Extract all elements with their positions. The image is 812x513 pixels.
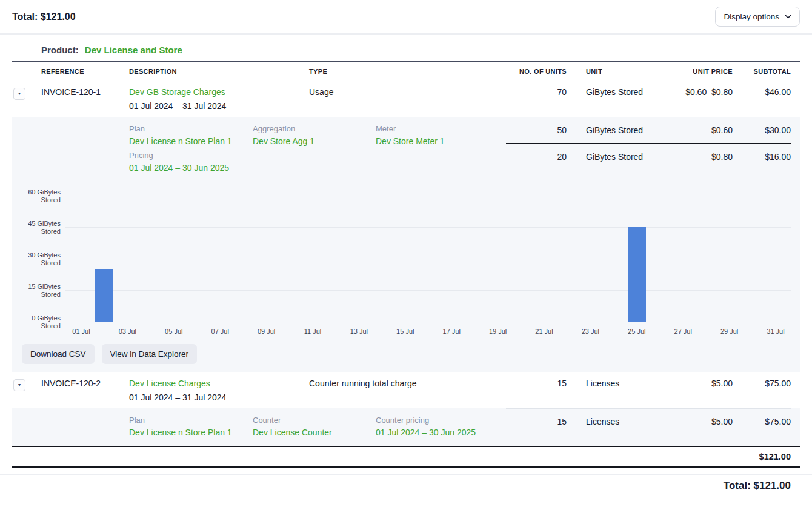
details-fields: Plan Dev License n Store Plan 1 Aggregat… bbox=[129, 117, 506, 179]
field-label: Meter bbox=[376, 124, 506, 133]
description-cell: Dev GB Storage Charges 01 Jul 2024 – 31 … bbox=[129, 87, 309, 111]
band-unit-cell: GiBytes Stored bbox=[567, 125, 677, 135]
bottom-bar: Total: $121.00 bbox=[0, 474, 812, 497]
caret-down-icon: ▾ bbox=[18, 91, 21, 96]
unit-price-cell: $0.60–$0.80 bbox=[677, 87, 733, 97]
unit-price-cell: $5.00 bbox=[677, 379, 733, 388]
chart-x-tick-label: 21 Jul bbox=[535, 328, 553, 335]
line-item-period: 01 Jul 2024 – 31 Jul 2024 bbox=[129, 101, 309, 111]
top-bar: Total: $121.00 Display options bbox=[0, 0, 812, 35]
chart-plot: 0 GiBytes Stored15 GiBytes Stored30 GiBy… bbox=[65, 186, 791, 322]
line-item-link[interactable]: Dev License Charges bbox=[129, 379, 210, 388]
chart-x-tick-label: 15 Jul bbox=[396, 328, 414, 335]
product-heading: Product: Dev License and Store bbox=[12, 35, 800, 62]
field-counter-pricing: Counter pricing 01 Jul 2024 – 30 Jun 202… bbox=[376, 415, 506, 437]
plan-link[interactable]: Dev License n Store Plan 1 bbox=[129, 428, 232, 437]
chart-bar[interactable] bbox=[628, 227, 646, 322]
caret-down-icon: ▾ bbox=[18, 383, 21, 388]
band-unit-cell: Licenses bbox=[567, 417, 677, 426]
chart-x-tick-label: 13 Jul bbox=[350, 328, 368, 335]
details-fields: Plan Dev License n Store Plan 1 Counter … bbox=[129, 408, 506, 446]
invoice-total-heading: Total: $121.00 bbox=[12, 12, 76, 22]
plan-link[interactable]: Dev License n Store Plan 1 bbox=[129, 136, 232, 146]
chart-x-tick-label: 23 Jul bbox=[582, 328, 599, 335]
chart-y-tick-label: 45 GiBytes Stored bbox=[21, 220, 61, 236]
field-label: Aggregation bbox=[253, 124, 376, 133]
unit-cell: Licenses bbox=[567, 379, 677, 388]
chart-x-tick-label: 01 Jul bbox=[72, 328, 90, 335]
meter-link[interactable]: Dev Store Meter 1 bbox=[376, 136, 445, 146]
band-subtotal-cell: $75.00 bbox=[733, 417, 791, 426]
collapse-row-button[interactable]: ▾ bbox=[13, 379, 25, 391]
chart-x-tick-label: 05 Jul bbox=[165, 328, 182, 335]
details-top-section: Plan Dev License n Store Plan 1 Aggregat… bbox=[12, 117, 800, 179]
pricing-link[interactable]: 01 Jul 2024 – 30 Jun 2025 bbox=[129, 163, 229, 173]
chart-gridline bbox=[65, 227, 791, 228]
chart-gridline bbox=[65, 290, 791, 291]
chart-y-tick-label: 30 GiBytes Stored bbox=[21, 251, 61, 267]
pricing-bands: 50 GiBytes Stored $0.60 $30.00 20 GiByte… bbox=[506, 117, 791, 179]
view-in-data-explorer-button[interactable]: View in Data Explorer bbox=[102, 344, 198, 364]
band-subtotal-cell: $16.00 bbox=[733, 152, 791, 162]
column-header-units: NO. OF UNITS bbox=[506, 68, 567, 75]
chart-x-tick-label: 11 Jul bbox=[304, 328, 322, 335]
caret-cell: ▾ bbox=[12, 87, 41, 100]
chart-gridline bbox=[65, 322, 791, 322]
field-label: Counter bbox=[253, 415, 376, 425]
subtotal-cell: $75.00 bbox=[733, 379, 791, 388]
table-row: ▾ INVOICE-120-2 Dev License Charges 01 J… bbox=[12, 372, 800, 408]
line-item-link[interactable]: Dev GB Storage Charges bbox=[129, 87, 225, 97]
pricing-band-row: 50 GiBytes Stored $0.60 $30.00 bbox=[506, 117, 791, 144]
invoice-card: Product: Dev License and Store REFERENCE… bbox=[0, 35, 812, 468]
chart-x-tick-label: 19 Jul bbox=[489, 328, 507, 335]
band-unit-price-cell: $0.80 bbox=[677, 152, 733, 162]
chart-bar[interactable] bbox=[95, 269, 113, 322]
field-label: Plan bbox=[129, 124, 253, 133]
product-name-link[interactable]: Dev License and Store bbox=[85, 45, 182, 55]
band-units-cell: 20 bbox=[506, 152, 567, 162]
field-aggregation: Aggregation Dev Store Agg 1 bbox=[253, 124, 376, 146]
chevron-down-icon bbox=[785, 15, 791, 19]
chart-y-tick-label: 0 GiBytes Stored bbox=[21, 314, 61, 330]
chart-y-tick-label: 60 GiBytes Stored bbox=[21, 188, 61, 204]
field-meter: Meter Dev Store Meter 1 bbox=[376, 124, 506, 146]
chart-x-tick-label: 03 Jul bbox=[119, 328, 136, 335]
counter-link[interactable]: Dev License Counter bbox=[253, 428, 332, 437]
field-label: Pricing bbox=[129, 151, 253, 160]
column-header-unit: UNIT bbox=[567, 68, 677, 75]
line-item-period: 01 Jul 2024 – 31 Jul 2024 bbox=[129, 392, 309, 402]
collapse-row-button[interactable]: ▾ bbox=[13, 88, 25, 100]
table-row: ▾ INVOICE-120-1 Dev GB Storage Charges 0… bbox=[12, 81, 800, 117]
band-unit-price-cell: $0.60 bbox=[677, 125, 733, 135]
pricing-band-row: 15 Licenses $5.00 $75.00 bbox=[506, 409, 791, 434]
chart-y-tick-label: 15 GiBytes Stored bbox=[21, 283, 61, 299]
line-item-details-panel: Plan Dev License n Store Plan 1 Counter … bbox=[12, 408, 800, 446]
band-units-cell: 50 bbox=[506, 125, 567, 135]
counter-pricing-link[interactable]: 01 Jul 2024 – 30 Jun 2025 bbox=[376, 428, 476, 437]
reference-cell: INVOICE-120-2 bbox=[41, 379, 129, 388]
chart-x-tick-label: 29 Jul bbox=[720, 328, 738, 335]
field-plan: Plan Dev License n Store Plan 1 bbox=[129, 124, 253, 146]
chart-x-tick-label: 31 Jul bbox=[767, 328, 784, 335]
field-counter: Counter Dev License Counter bbox=[253, 415, 376, 437]
column-header-subtotal: SUBTOTAL bbox=[733, 68, 791, 75]
chart-x-tick-label: 17 Jul bbox=[443, 328, 461, 335]
chart-x-tick-label: 25 Jul bbox=[628, 328, 645, 335]
pricing-band-row: 20 GiBytes Stored $0.80 $16.00 bbox=[506, 144, 791, 170]
pricing-bands: 15 Licenses $5.00 $75.00 bbox=[506, 408, 791, 446]
download-csv-button[interactable]: Download CSV bbox=[22, 344, 95, 364]
field-label: Plan bbox=[129, 415, 253, 425]
unit-cell: GiBytes Stored bbox=[567, 87, 677, 97]
chart-actions: Download CSV View in Data Explorer bbox=[12, 344, 800, 372]
column-header-description: DESCRIPTION bbox=[129, 68, 309, 75]
field-plan: Plan Dev License n Store Plan 1 bbox=[129, 415, 253, 437]
description-cell: Dev License Charges 01 Jul 2024 – 31 Jul… bbox=[129, 379, 309, 402]
chart-gridline bbox=[65, 196, 791, 196]
aggregation-link[interactable]: Dev Store Agg 1 bbox=[253, 136, 314, 146]
column-header-type: TYPE bbox=[309, 68, 506, 75]
table-header-row: REFERENCE DESCRIPTION TYPE NO. OF UNITS … bbox=[12, 62, 800, 81]
units-cell: 15 bbox=[506, 379, 567, 388]
caret-cell: ▾ bbox=[12, 379, 41, 391]
band-units-cell: 15 bbox=[506, 417, 567, 426]
display-options-button[interactable]: Display options bbox=[715, 7, 800, 27]
